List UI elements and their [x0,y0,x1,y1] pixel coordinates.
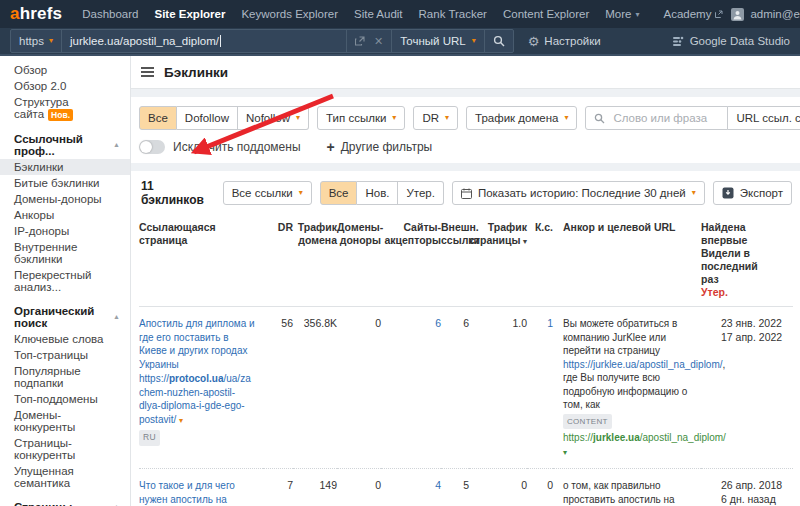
nav-site-audit[interactable]: Site Audit [346,8,411,20]
plus-icon: + [327,140,335,154]
ahrefs-logo[interactable]: ahrefs [10,4,62,24]
linked-sites-count[interactable]: 4 [435,479,441,491]
referring-page-title[interactable]: Апостиль для диплома и где его поставить… [139,318,255,370]
sidebar-section-header[interactable]: Страницы▲ [0,499,130,506]
nav-rank-tracker[interactable]: Rank Tracker [411,8,495,20]
page-traffic-cell: 1.0 [469,307,527,469]
link-type-dropdown[interactable]: Тип ссылки▾ [317,106,405,130]
filter-dofollow-button[interactable]: Dofollow [177,106,238,130]
open-page-icon[interactable] [355,36,365,46]
status-tabs: Все Нов. Утер. [320,181,444,205]
dr-filter-dropdown[interactable]: DR▾ [413,106,458,130]
nav-site-explorer[interactable]: Site Explorer [147,8,234,20]
sidebar-item-label: Ссылочный проф... [14,133,113,157]
sidebar-item[interactable]: Домены-конкуренты [0,407,130,435]
target-options-caret[interactable]: ▾ [563,448,567,457]
collapse-icon[interactable]: ▲ [113,311,120,323]
tab-new[interactable]: Нов. [357,181,398,205]
chevron-down-icon: ▾ [49,37,53,45]
keywords-cell: 0 [527,469,553,506]
target-url[interactable]: https://jurklee.ua/apostil_na_diplom/ [563,432,726,443]
account-area[interactable]: admin@ezon.co... ▾ [731,8,800,21]
tab-all[interactable]: Все [320,181,358,205]
col-keywords[interactable]: К.с. [527,217,553,307]
chevron-down-icon: ▾ [445,114,449,122]
clear-url-icon[interactable]: ✕ [374,35,383,48]
tab-lost[interactable]: Утер. [398,181,443,205]
col-ext-links[interactable]: Внешн. ссылки [441,217,469,307]
nav-academy[interactable]: Academy [655,8,731,20]
results-toolbar: 11 бэклинков Все ссылки▾ Все Нов. Утер. … [139,179,792,207]
nav-more[interactable]: More▾ [597,8,647,20]
col-dr[interactable]: DR [263,217,293,307]
sidebar-item[interactable]: Бэклинки [0,159,130,175]
sidebar-item-label: Домены-конкуренты [14,409,75,433]
sidebar-item[interactable]: Топ-поддомены [0,391,130,407]
sidebar-item-label: IP-доноры [14,225,69,237]
linked-sites-count[interactable]: 6 [435,317,441,329]
referring-page-url[interactable]: https://protocol.ua/ua/zachem-nuzhen-apo… [139,373,251,425]
sidebar-item[interactable]: Структура сайтаНов. [0,94,130,123]
collapse-icon[interactable]: ▲ [113,501,120,506]
links-type-dropdown[interactable]: Все ссылки▾ [223,181,312,205]
col-referring-page[interactable]: Ссылающаяся страница [139,217,263,307]
sidebar-item-label: Обзор 2.0 [14,80,66,92]
exclude-subdomains-toggle[interactable] [139,140,165,154]
menu-icon[interactable] [141,67,154,77]
google-data-studio-link[interactable]: Google Data Studio [672,35,790,47]
col-anchor[interactable]: Анкор и целевой URL [553,217,701,307]
protocol-dropdown[interactable]: https▾ [11,30,61,52]
export-button[interactable]: Экспорт [713,181,792,205]
nav-dashboard[interactable]: Dashboard [74,8,146,20]
target-url-input[interactable]: jurklee.ua/apostil_na_diplom/ [61,30,346,52]
keywords-count[interactable]: 1 [547,317,553,329]
sidebar-item[interactable]: Перекрестный анализ... [0,267,130,295]
page-traffic-cell: 0 [469,469,527,506]
sidebar-item[interactable]: Страницы-конкуренты [0,435,130,463]
collapse-icon[interactable]: ▲ [113,139,120,151]
sidebar-item[interactable]: Обзор 2.0 [0,78,130,94]
sidebar-item[interactable]: Ключевые слова [0,331,130,347]
sidebar-item-label: Страницы [14,501,72,506]
sidebar-section-header[interactable]: Ссылочный проф...▲ [0,131,130,159]
col-domain-traffic[interactable]: Трафик домена [293,217,337,307]
sidebar-item-label: Органический поиск [14,305,113,329]
filter-nofollow-button[interactable]: Nofollow▾ [238,106,309,130]
follow-filter-group: Все Dofollow Nofollow▾ [139,106,309,130]
domain-traffic-filter-dropdown[interactable]: Трафик домена▾ [466,106,577,130]
sidebar-item[interactable]: Внутренние бэклинки [0,239,130,267]
search-button[interactable] [484,30,513,52]
anchor-link[interactable]: https://jurklee.ua/apostil_na_diplom/ [563,359,723,370]
history-dropdown[interactable]: Показать историю: Последние 30 дней▾ [452,181,705,205]
nav-keywords-explorer[interactable]: Keywords Explorer [233,8,346,20]
url-options-caret[interactable]: ▾ [179,416,183,425]
sidebar-item[interactable]: Топ-страницы [0,347,130,363]
settings-button[interactable]: ⚙Настройки [528,35,601,48]
backlinks-table-body: Апостиль для диплома и где его поставить… [139,307,793,506]
col-linked-sites[interactable]: Сайты-акцепторы [381,217,441,307]
sidebar-item[interactable]: IP-доноры [0,223,130,239]
sidebar-item[interactable]: Популярные подпапки [0,363,130,391]
filter-all-button[interactable]: Все [139,106,177,130]
chevron-down-icon: ▾ [296,114,300,122]
referring-page-cell: Что такое и для чего нужен апостиль на д… [139,469,263,506]
col-dates[interactable]: Найдена впервые Видели в последний раз У… [701,217,793,307]
top-navigation: ahrefs Dashboard Site Explorer Keywords … [0,0,800,28]
nav-content-explorer[interactable]: Content Explorer [495,8,597,20]
more-filters-button[interactable]: +Другие фильтры [327,140,433,154]
sidebar-item-label: Обзор [14,64,47,76]
col-ref-domains[interactable]: Домены-доноры [337,217,381,307]
chevron-down-icon: ▾ [472,37,476,45]
sidebar-item[interactable]: Битые бэклинки [0,175,130,191]
content-area: ОбзорОбзор 2.0Структура сайтаНов.Ссылочн… [0,56,800,506]
url-scope-dropdown[interactable]: URL ссыл. страницы▾ [727,106,800,130]
referring-page-title[interactable]: Что такое и для чего нужен апостиль на д… [139,480,239,506]
sidebar-section-header[interactable]: Органический поиск▲ [0,303,130,331]
sidebar-item[interactable]: Анкоры [0,207,130,223]
phrase-search-input[interactable] [611,111,719,125]
sidebar-item[interactable]: Домены-доноры [0,191,130,207]
sidebar-item[interactable]: Обзор [0,62,130,78]
sidebar-item[interactable]: Упущенная семантика [0,463,130,491]
url-input-icons: ✕ [346,30,391,52]
search-mode-dropdown[interactable]: Точный URL▾ [391,30,484,52]
